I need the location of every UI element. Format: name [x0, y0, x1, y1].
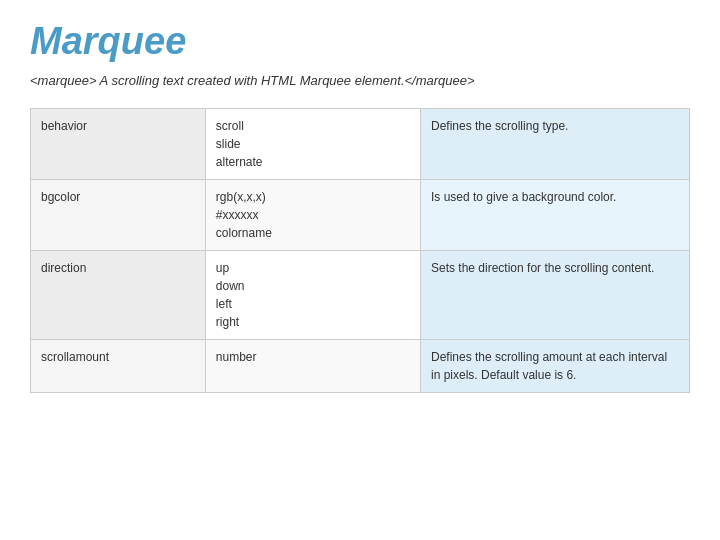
table-row: bgcolorrgb(x,x,x)#xxxxxxcolornameIs used… [31, 180, 690, 251]
attribute-cell: scrollamount [31, 340, 206, 393]
attributes-table: behaviorscrollslidealternateDefines the … [30, 108, 690, 393]
values-cell: updownleftright [205, 251, 420, 340]
attribute-cell: direction [31, 251, 206, 340]
page-container: Marquee <marquee> A scrolling text creat… [0, 0, 720, 540]
values-cell: scrollslidealternate [205, 109, 420, 180]
table-row: directionupdownleftrightSets the directi… [31, 251, 690, 340]
description-cell: Defines the scrolling amount at each int… [421, 340, 690, 393]
page-subtitle: <marquee> A scrolling text created with … [30, 73, 690, 88]
attributes-table-container: behaviorscrollslidealternateDefines the … [30, 108, 690, 393]
table-row: behaviorscrollslidealternateDefines the … [31, 109, 690, 180]
page-title: Marquee [30, 20, 690, 63]
description-cell: Is used to give a background color. [421, 180, 690, 251]
description-cell: Defines the scrolling type. [421, 109, 690, 180]
values-cell: rgb(x,x,x)#xxxxxxcolorname [205, 180, 420, 251]
table-row: scrollamountnumberDefines the scrolling … [31, 340, 690, 393]
values-cell: number [205, 340, 420, 393]
attribute-cell: behavior [31, 109, 206, 180]
description-cell: Sets the direction for the scrolling con… [421, 251, 690, 340]
attribute-cell: bgcolor [31, 180, 206, 251]
